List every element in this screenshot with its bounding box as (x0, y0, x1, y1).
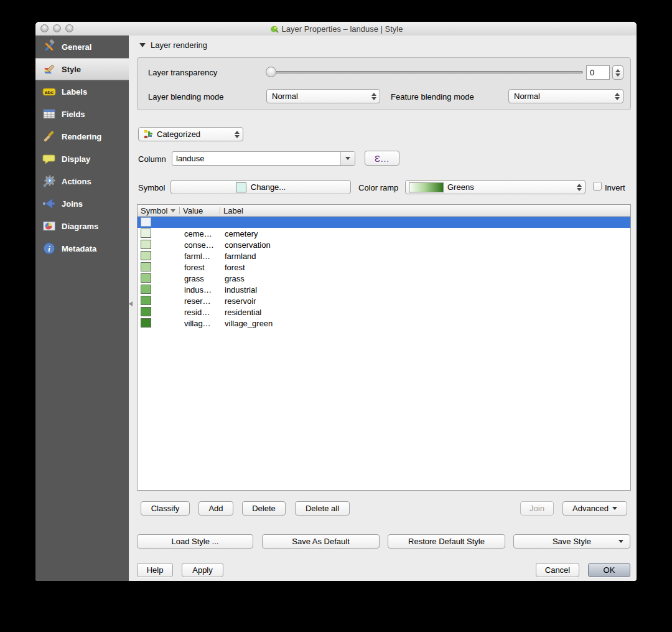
close-window-icon[interactable] (40, 24, 49, 32)
brush-icon (42, 129, 57, 144)
renderer-type-value: Categorized (157, 130, 200, 139)
category-label: conservation (225, 240, 271, 250)
help-button[interactable]: Help (137, 563, 173, 577)
sidebar-item-general[interactable]: General (35, 35, 129, 58)
table-header-row: Symbol Value Label (138, 205, 630, 217)
paintbrush-layers-icon (42, 62, 57, 77)
feature-blending-select[interactable]: Normal (508, 89, 623, 103)
category-symbol-swatch[interactable] (141, 307, 151, 316)
delete-button[interactable]: Delete (242, 501, 286, 516)
zoom-window-icon[interactable] (65, 24, 73, 32)
expression-builder-button[interactable]: Ɛ… (365, 151, 399, 166)
table-row[interactable]: ceme…cemetery (138, 228, 630, 239)
category-value: farml… (184, 252, 210, 261)
color-ramp-select[interactable]: Greens (405, 180, 586, 194)
advanced-button[interactable]: Advanced (562, 501, 627, 516)
table-row[interactable]: conse…conservation (138, 239, 630, 250)
column-combobox[interactable]: landuse (172, 151, 355, 166)
restore-default-style-button[interactable]: Restore Default Style (388, 534, 505, 549)
sidebar-item-label: Rendering (62, 132, 101, 141)
category-symbol-swatch[interactable] (141, 251, 151, 260)
transparency-slider-handle[interactable] (266, 67, 276, 77)
category-symbol-swatch[interactable] (141, 229, 151, 238)
titlebar[interactable]: Layer Properties – landuse | Style (35, 22, 637, 36)
layer-blending-select[interactable]: Normal (266, 89, 380, 103)
table-row[interactable]: forestforest (138, 262, 630, 273)
table-row[interactable]: resid…residential (138, 306, 630, 318)
category-symbol-swatch[interactable] (141, 217, 151, 227)
load-style-button[interactable]: Load Style ... (137, 534, 253, 549)
feature-blending-label: Feature blending mode (391, 92, 474, 101)
category-label: industrial (225, 285, 257, 295)
chevron-down-icon (345, 157, 350, 160)
table-row[interactable]: indus…industrial (138, 284, 630, 295)
apply-button[interactable]: Apply (182, 563, 223, 577)
category-symbol-swatch[interactable] (141, 240, 151, 249)
sidebar-item-labels[interactable]: abc Labels (35, 80, 129, 103)
tools-icon (42, 39, 57, 54)
popup-stepper-icon (368, 90, 380, 103)
transparency-stepper[interactable] (612, 65, 623, 80)
header-symbol[interactable]: Symbol (138, 205, 180, 216)
category-symbol-swatch[interactable] (141, 318, 151, 328)
transparency-value-field[interactable]: 0 (586, 65, 610, 80)
sidebar-item-metadata[interactable]: i Metadata (35, 237, 129, 260)
collapse-triangle-icon[interactable] (139, 43, 146, 47)
splitter-collapse-icon[interactable] (129, 301, 133, 306)
symbol-preview-swatch (236, 182, 246, 192)
delete-all-button[interactable]: Delete all (295, 501, 350, 516)
renderer-type-select[interactable]: Categorized (138, 127, 243, 141)
category-symbol-swatch[interactable] (141, 285, 151, 294)
sidebar-item-label: Actions (62, 177, 91, 186)
invert-label: Invert (605, 183, 625, 192)
table-row[interactable]: grassgrass (138, 273, 630, 284)
sidebar-item-label: Display (62, 154, 90, 164)
save-as-default-button[interactable]: Save As Default (262, 534, 380, 549)
symbol-change-button[interactable]: Change... (170, 180, 351, 194)
sidebar-item-actions[interactable]: Actions (35, 170, 129, 192)
ok-button[interactable]: OK (588, 563, 630, 577)
table-row[interactable]: farml…farmland (138, 250, 630, 262)
header-value[interactable]: Value (180, 205, 220, 216)
category-symbol-swatch[interactable] (141, 273, 151, 283)
sidebar-item-fields[interactable]: Fields (35, 103, 129, 125)
stepper-down-icon[interactable] (615, 73, 620, 77)
join-button[interactable]: Join (520, 501, 554, 516)
minimize-window-icon[interactable] (53, 24, 61, 32)
pie-chart-icon (42, 219, 57, 233)
cancel-button[interactable]: Cancel (536, 563, 579, 577)
sidebar-item-joins[interactable]: Joins (35, 192, 129, 215)
stepper-up-icon[interactable] (615, 69, 620, 72)
transparency-slider-track[interactable] (267, 71, 583, 73)
classify-button[interactable]: Classify (141, 501, 190, 516)
category-label: grass (225, 274, 245, 283)
gears-icon (42, 174, 57, 189)
category-value: villag… (184, 319, 211, 328)
category-label: reservoir (225, 296, 256, 306)
layer-rendering-section-header[interactable]: Layer rendering (139, 40, 207, 50)
sidebar-item-style[interactable]: Style (35, 58, 129, 80)
category-value: grass (184, 274, 204, 283)
chevron-down-icon (618, 540, 623, 543)
sidebar-item-display[interactable]: Display (35, 148, 129, 170)
sidebar-item-rendering[interactable]: Rendering (35, 125, 129, 148)
layer-blending-label: Layer blending mode (148, 92, 223, 101)
sidebar-item-label: Diagrams (62, 222, 98, 231)
category-symbol-swatch[interactable] (141, 296, 151, 305)
category-label: village_green (225, 319, 273, 328)
table-row[interactable]: villag…village_green (138, 318, 630, 329)
svg-text:abc: abc (45, 90, 54, 95)
combo-arrow-button[interactable] (340, 152, 355, 165)
category-symbol-swatch[interactable] (141, 262, 151, 271)
transparency-value: 0 (590, 68, 594, 77)
column-value: landuse (172, 152, 340, 165)
invert-checkbox[interactable] (593, 182, 602, 191)
save-style-button[interactable]: Save Style (513, 534, 630, 549)
sidebar-item-diagrams[interactable]: Diagrams (35, 215, 129, 237)
expression-epsilon-icon: Ɛ… (375, 153, 390, 164)
table-row[interactable] (138, 217, 630, 228)
chevron-down-icon (612, 507, 617, 510)
table-row[interactable]: reser…reservoir (138, 295, 630, 306)
header-label[interactable]: Label (220, 205, 630, 216)
add-button[interactable]: Add (198, 501, 233, 516)
